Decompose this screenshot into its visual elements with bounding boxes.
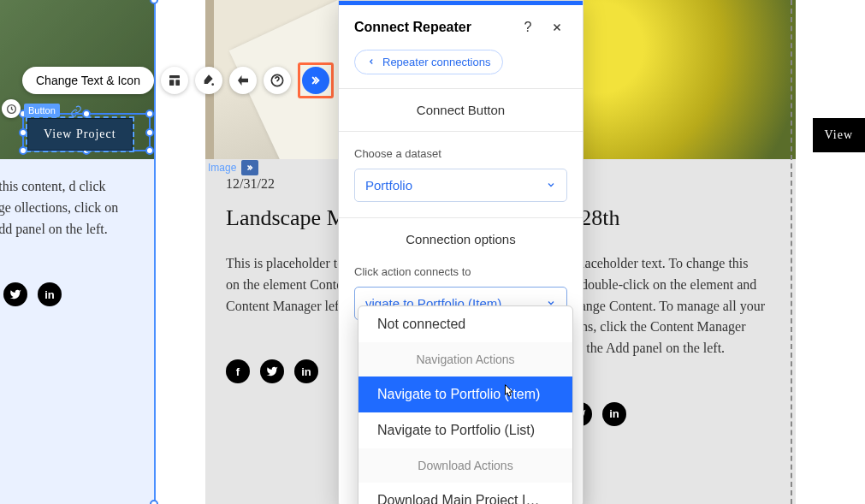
image-element-tag: Image — [208, 160, 258, 175]
undo-icon[interactable] — [2, 99, 21, 118]
element-toolbar: Change Text & Icon — [22, 62, 334, 98]
chevron-down-icon — [546, 178, 556, 193]
svg-rect-2 — [175, 80, 180, 86]
card-description: ange this content, d click Change ollect… — [0, 176, 133, 240]
twitter-icon[interactable] — [3, 282, 27, 306]
panel-help-icon[interactable]: ? — [518, 17, 538, 38]
button-element-tag: Button — [24, 104, 60, 117]
dropdown-option-not-connected[interactable]: Not connected — [358, 306, 572, 342]
svg-point-3 — [211, 83, 214, 86]
twitter-icon[interactable] — [260, 359, 284, 383]
view-project-button[interactable]: View Project — [27, 118, 133, 151]
click-action-dropdown: Not connected Navigation Actions Navigat… — [358, 305, 573, 504]
change-text-icon-button[interactable]: Change Text & Icon — [22, 67, 154, 94]
section-connection-options: Connection options — [339, 217, 583, 260]
linkedin-icon[interactable]: in — [38, 282, 62, 306]
click-action-label: Click action connects to — [354, 265, 567, 278]
data-binding-icon — [241, 160, 258, 175]
dropdown-option-navigate-list[interactable]: Navigate to Portfolio (List) — [358, 412, 572, 448]
layout-icon[interactable] — [161, 67, 188, 94]
linkedin-icon[interactable]: in — [294, 359, 318, 383]
chevron-left-icon — [367, 56, 376, 68]
facebook-icon[interactable]: f — [226, 359, 250, 383]
dropdown-header-navigation: Navigation Actions — [358, 342, 572, 377]
social-row: f in — [0, 282, 133, 306]
dataset-label: Choose a dataset — [354, 147, 567, 160]
viewport-boundary — [791, 0, 792, 504]
link-indicator-icon — [70, 105, 82, 117]
dropdown-option-navigate-item[interactable]: Navigate to Portfolio (Item) — [358, 377, 572, 412]
svg-rect-1 — [169, 80, 174, 86]
linkedin-icon[interactable]: in — [602, 402, 626, 426]
svg-rect-0 — [169, 75, 180, 78]
animation-icon[interactable] — [229, 67, 257, 94]
cursor-pointer-icon — [499, 382, 516, 405]
section-connect-button: Connect Button — [339, 88, 583, 132]
help-icon[interactable] — [264, 67, 291, 94]
view-project-button-card3[interactable]: View — [813, 118, 865, 152]
dropdown-option-download-main[interactable]: Download Main Project I… — [358, 483, 572, 504]
paint-icon[interactable] — [195, 67, 222, 94]
dataset-select[interactable]: Portfolio — [354, 169, 567, 202]
data-connect-icon[interactable] — [302, 67, 329, 94]
back-repeater-connections[interactable]: Repeater connections — [354, 50, 503, 74]
panel-title: Connect Repeater — [354, 20, 509, 35]
close-icon[interactable] — [547, 17, 567, 38]
dropdown-header-download: Download Actions — [358, 448, 572, 483]
